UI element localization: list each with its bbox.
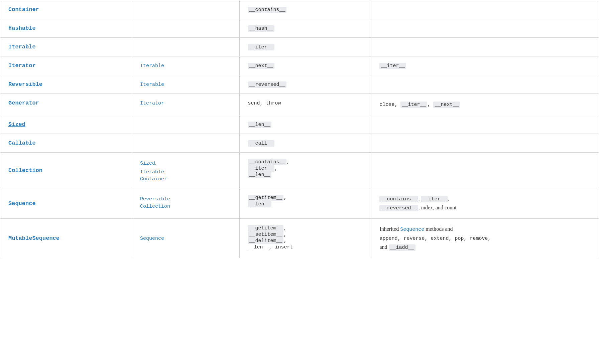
- abc-name: Hashable: [8, 25, 36, 31]
- abstract-method: __next__: [248, 63, 274, 69]
- abc-table: Container __contains__ Hashable __hash__…: [0, 0, 599, 258]
- mixin-method: __contains__: [379, 196, 418, 202]
- abc-name: Iterable: [8, 44, 36, 50]
- mixin-method: __iter__: [421, 196, 448, 202]
- abstract-method: __len__: [248, 172, 271, 178]
- mixin-text: ,: [427, 102, 433, 108]
- abstract-method: __getitem__: [248, 225, 283, 231]
- mixin-method: __iter__: [400, 102, 427, 108]
- abstract-method: __iter__: [248, 165, 274, 172]
- table-row: Reversible Iterable __reversed__: [0, 75, 599, 94]
- inherits-link[interactable]: Iterable: [140, 82, 164, 87]
- abstract-method: __delitem__: [248, 238, 283, 244]
- abc-name: MutableSequence: [8, 235, 59, 241]
- table-row: Iterable __iter__: [0, 38, 599, 56]
- abstract-method: __hash__: [248, 25, 274, 32]
- abstract-method: __iter__: [248, 44, 274, 50]
- abc-name: Collection: [8, 167, 42, 174]
- abstract-method: __call__: [248, 140, 274, 147]
- inherits-link[interactable]: Container: [140, 176, 167, 182]
- inherits-link[interactable]: Collection: [140, 204, 170, 209]
- mixin-method: __iter__: [379, 63, 406, 69]
- mixin-cell: __contains__, __iter__, __reversed__, in…: [371, 188, 599, 219]
- abstract-method: __len__: [248, 122, 271, 128]
- abstract-method: __contains__: [248, 159, 286, 165]
- inherits-link[interactable]: Reversible: [140, 196, 170, 202]
- abstract-method: __len__, insert: [248, 244, 293, 250]
- table-row: Collection Sized, Iterable, Container __…: [0, 153, 599, 188]
- table-row: Generator Iterator send, throw close, __…: [0, 94, 599, 115]
- abc-name: Callable: [8, 140, 36, 146]
- table-row: Container __contains__: [0, 0, 599, 19]
- mixin-method: __reversed__: [379, 205, 418, 211]
- inherits-link[interactable]: Iterator: [140, 101, 164, 106]
- mixin-method: __iadd__: [389, 244, 415, 251]
- abc-name: Container: [8, 6, 39, 13]
- inherits-link[interactable]: Iterable: [140, 63, 164, 69]
- table-row: Sized __len__: [0, 115, 599, 134]
- abstract-method: __getitem__: [248, 195, 283, 201]
- table-row: Sequence Reversible, Collection __getite…: [0, 188, 599, 219]
- abc-name: Iterator: [8, 62, 36, 69]
- table-row: Callable __call__: [0, 134, 599, 153]
- main-table-container: Container __contains__ Hashable __hash__…: [0, 0, 599, 364]
- abstract-method: __reversed__: [248, 81, 286, 88]
- abstract-method: __len__: [248, 201, 271, 207]
- abstract-method: __contains__: [248, 7, 286, 13]
- mixin-cell: close, __iter__, __next__: [371, 94, 599, 115]
- abstract-method: __setitem__: [248, 231, 283, 238]
- abstract-method: send, throw: [248, 101, 281, 106]
- mixin-text: close,: [379, 102, 400, 108]
- sequence-link[interactable]: Sequence: [400, 227, 424, 232]
- abc-name: Generator: [8, 100, 39, 106]
- table-row: Hashable __hash__: [0, 19, 599, 38]
- inherits-link[interactable]: Sequence: [140, 236, 164, 241]
- inherits-link[interactable]: Iterable: [140, 169, 164, 175]
- inherits-link[interactable]: Sized: [140, 161, 155, 166]
- mixin-cell: Inherited Sequence methods and append, r…: [371, 219, 599, 258]
- mixin-method: __next__: [433, 102, 460, 108]
- abc-name: Sized: [8, 121, 25, 128]
- abc-name: Reversible: [8, 81, 42, 87]
- table-row: Iterator Iterable __next__ __iter__: [0, 56, 599, 75]
- abc-name: Sequence: [8, 200, 36, 207]
- table-row: MutableSequence Sequence __getitem__, __…: [0, 219, 599, 258]
